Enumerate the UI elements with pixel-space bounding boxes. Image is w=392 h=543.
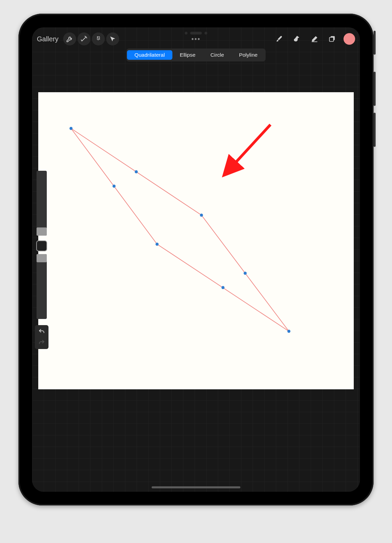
smudge-tool-icon[interactable] (290, 32, 303, 45)
transform-cursor-icon[interactable] (106, 32, 119, 45)
drawing-canvas[interactable] (38, 92, 354, 389)
layers-panel-icon[interactable] (326, 32, 339, 45)
shape-overlay (38, 92, 354, 389)
undo-button[interactable] (38, 328, 46, 335)
shape-vertex-2[interactable] (288, 330, 291, 333)
shape-tab-quadrilateral[interactable]: Quadrilateral (127, 50, 172, 60)
actions-wrench-icon[interactable] (63, 32, 76, 45)
selection-s-icon[interactable] (92, 32, 105, 45)
sidebar-controls (33, 171, 50, 349)
svg-rect-2 (330, 37, 334, 41)
modifier-square-button[interactable] (36, 240, 47, 251)
shape-tab-circle[interactable]: Circle (203, 50, 232, 60)
screen: Gallery ••• (32, 27, 360, 492)
home-indicator[interactable] (152, 486, 240, 488)
quadrilateral-outline[interactable] (71, 128, 289, 331)
brush-tool-icon[interactable] (272, 32, 285, 45)
brush-opacity-slider[interactable] (37, 254, 47, 319)
undo-redo-panel (35, 325, 48, 349)
ipad-device-frame: Gallery ••• (18, 14, 374, 505)
brush-opacity-thumb[interactable] (37, 254, 47, 262)
device-power-button (374, 31, 376, 55)
eraser-tool-icon[interactable] (308, 32, 321, 45)
device-volume-up (374, 72, 376, 106)
shape-edge-midpoint-0[interactable] (135, 170, 138, 173)
color-swatch[interactable] (344, 33, 355, 45)
brush-size-thumb[interactable] (37, 227, 47, 236)
brush-size-slider[interactable] (37, 171, 47, 236)
svg-rect-0 (312, 41, 318, 42)
shape-tab-ellipse[interactable]: Ellipse (172, 50, 203, 60)
gallery-button[interactable]: Gallery (37, 35, 58, 43)
device-volume-down (374, 113, 376, 147)
shape-vertex-1[interactable] (200, 214, 203, 217)
modify-menu-icon[interactable]: ••• (191, 35, 200, 43)
shape-vertex-3[interactable] (156, 243, 159, 246)
redo-button[interactable] (38, 339, 46, 346)
shape-edge-midpoint-3[interactable] (113, 185, 116, 188)
shape-edge-midpoint-2[interactable] (222, 286, 225, 289)
shape-tab-polyline[interactable]: Polyline (232, 50, 265, 60)
adjustments-wand-icon[interactable] (78, 32, 90, 45)
shape-type-tabbar: Quadrilateral Ellipse Circle Polyline (126, 48, 266, 61)
shape-vertex-0[interactable] (70, 127, 73, 130)
top-toolbar: Gallery ••• (32, 30, 360, 48)
shape-edge-midpoint-1[interactable] (244, 272, 247, 275)
